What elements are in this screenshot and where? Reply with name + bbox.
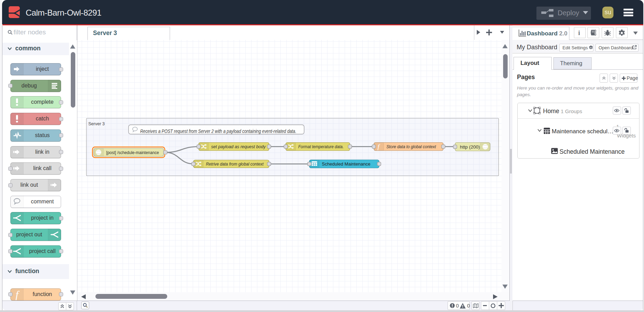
- svg-text:Store data to global context: Store data to global context: [386, 144, 436, 149]
- svg-text:Format temperature data.: Format temperature data.: [298, 144, 344, 149]
- svg-text:Receives a POST request from S: Receives a POST request from Server 2 wi…: [140, 128, 296, 134]
- svg-text:Retrive data from global conte: Retrive data from global context: [206, 161, 264, 167]
- svg-text:set payload as request body: set payload as request body: [211, 144, 266, 149]
- svg-text:Scheduled Maintenance: Scheduled Maintenance: [322, 161, 370, 167]
- svg-text:http (200): http (200): [460, 144, 480, 150]
- svg-text:[post] /schedule-maintenance: [post] /schedule-maintenance: [106, 150, 159, 155]
- svg-text:Server 3: Server 3: [88, 121, 104, 126]
